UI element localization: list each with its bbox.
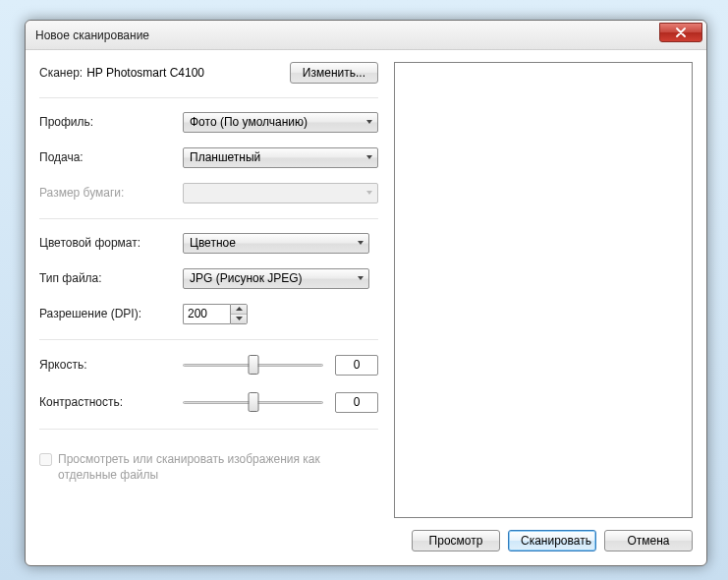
separator [39, 429, 378, 430]
separate-files-checkbox [39, 453, 52, 466]
spin-down-button[interactable] [231, 315, 247, 323]
paper-size-label: Размер бумаги: [39, 186, 183, 200]
brightness-row: Яркость: [39, 348, 378, 381]
close-button[interactable] [659, 23, 702, 42]
chevron-down-icon [365, 118, 373, 126]
spin-buttons [230, 304, 248, 324]
file-type-row: Тип файла: JPG (Рисунок JPEG) [39, 262, 378, 294]
client-area: Сканер: HP Photosmart C4100 Изменить... … [26, 50, 706, 565]
profile-row: Профиль: Фото (По умолчанию) [39, 106, 378, 138]
contrast-label: Контрастность: [39, 395, 183, 409]
dialog-window: Новое сканирование Сканер: HP Photosmart… [25, 20, 707, 566]
scanner-name: HP Photosmart C4100 [86, 66, 204, 80]
profile-value: Фото (По умолчанию) [190, 115, 365, 129]
scan-button[interactable]: Сканировать [508, 530, 596, 551]
separator [39, 218, 378, 219]
resolution-spinner[interactable] [183, 304, 248, 324]
upper-area: Сканер: HP Photosmart C4100 Изменить... … [39, 62, 693, 518]
separator [39, 97, 378, 98]
scanner-row: Сканер: HP Photosmart C4100 Изменить... [39, 62, 378, 84]
paper-size-row: Размер бумаги: [39, 177, 378, 208]
color-format-label: Цветовой формат: [39, 236, 183, 250]
file-type-dropdown[interactable]: JPG (Рисунок JPEG) [183, 268, 369, 289]
chevron-down-icon [236, 317, 243, 320]
slider-thumb[interactable] [248, 392, 258, 412]
slider-thumb[interactable] [248, 355, 258, 375]
chevron-down-icon [365, 153, 373, 161]
brightness-label: Яркость: [39, 358, 183, 372]
source-value: Планшетный [190, 150, 365, 164]
contrast-row: Контрастность: [39, 385, 378, 419]
profile-dropdown[interactable]: Фото (По умолчанию) [183, 112, 378, 133]
file-type-label: Тип файла: [39, 271, 183, 285]
separate-files-row: Просмотреть или сканировать изображения … [39, 451, 378, 483]
settings-pane: Сканер: HP Photosmart C4100 Изменить... … [39, 62, 378, 518]
color-format-value: Цветное [190, 236, 357, 250]
brightness-slider[interactable] [183, 355, 323, 375]
spin-up-button[interactable] [231, 305, 247, 315]
titlebar[interactable]: Новое сканирование [26, 21, 706, 50]
separator [39, 339, 378, 340]
file-type-value: JPG (Рисунок JPEG) [190, 271, 357, 285]
chevron-down-icon [357, 239, 364, 247]
profile-label: Профиль: [39, 115, 183, 129]
preview-button[interactable]: Просмотр [412, 530, 500, 551]
preview-area[interactable] [394, 62, 693, 518]
cancel-button[interactable]: Отмена [604, 530, 693, 551]
chevron-down-icon [357, 274, 364, 282]
contrast-value[interactable] [335, 392, 378, 413]
resolution-input[interactable] [183, 304, 230, 324]
source-row: Подача: Планшетный [39, 142, 378, 173]
source-label: Подача: [39, 150, 183, 164]
contrast-slider[interactable] [183, 392, 323, 412]
paper-size-dropdown [183, 183, 378, 203]
resolution-row: Разрешение (DPI): [39, 298, 378, 329]
change-scanner-button[interactable]: Изменить... [290, 62, 378, 84]
brightness-value[interactable] [335, 355, 378, 376]
scanner-label: Сканер: [39, 66, 83, 80]
color-format-dropdown[interactable]: Цветное [183, 233, 369, 254]
window-title: Новое сканирование [35, 29, 659, 42]
separate-files-label: Просмотреть или сканировать изображения … [58, 451, 378, 483]
color-format-row: Цветовой формат: Цветное [39, 227, 378, 259]
source-dropdown[interactable]: Планшетный [183, 147, 378, 168]
chevron-down-icon [365, 189, 373, 197]
close-icon [676, 28, 686, 37]
resolution-label: Разрешение (DPI): [39, 307, 183, 320]
footer-buttons: Просмотр Сканировать Отмена [39, 530, 693, 551]
chevron-up-icon [236, 307, 243, 311]
